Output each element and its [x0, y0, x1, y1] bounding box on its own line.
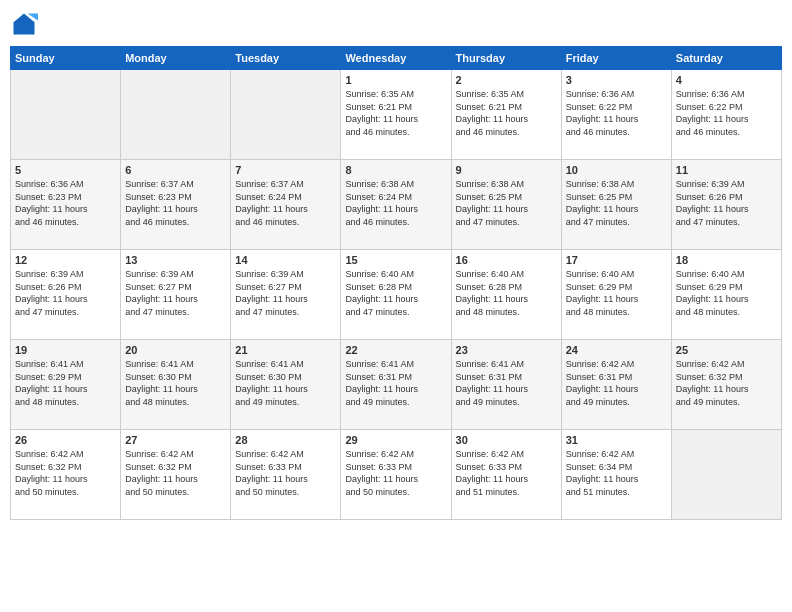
calendar-cell — [671, 430, 781, 520]
calendar-cell: 17Sunrise: 6:40 AM Sunset: 6:29 PM Dayli… — [561, 250, 671, 340]
day-number: 2 — [456, 74, 557, 86]
day-number: 12 — [15, 254, 116, 266]
day-info: Sunrise: 6:42 AM Sunset: 6:31 PM Dayligh… — [566, 358, 667, 408]
calendar-cell: 6Sunrise: 6:37 AM Sunset: 6:23 PM Daylig… — [121, 160, 231, 250]
day-number: 10 — [566, 164, 667, 176]
calendar-cell: 12Sunrise: 6:39 AM Sunset: 6:26 PM Dayli… — [11, 250, 121, 340]
day-number: 3 — [566, 74, 667, 86]
weekday-header: Wednesday — [341, 47, 451, 70]
day-info: Sunrise: 6:35 AM Sunset: 6:21 PM Dayligh… — [345, 88, 446, 138]
calendar-cell: 8Sunrise: 6:38 AM Sunset: 6:24 PM Daylig… — [341, 160, 451, 250]
day-number: 1 — [345, 74, 446, 86]
day-number: 17 — [566, 254, 667, 266]
day-number: 9 — [456, 164, 557, 176]
weekday-header: Thursday — [451, 47, 561, 70]
calendar-week-row: 1Sunrise: 6:35 AM Sunset: 6:21 PM Daylig… — [11, 70, 782, 160]
calendar-cell: 5Sunrise: 6:36 AM Sunset: 6:23 PM Daylig… — [11, 160, 121, 250]
day-info: Sunrise: 6:37 AM Sunset: 6:23 PM Dayligh… — [125, 178, 226, 228]
calendar-cell: 24Sunrise: 6:42 AM Sunset: 6:31 PM Dayli… — [561, 340, 671, 430]
calendar-cell: 29Sunrise: 6:42 AM Sunset: 6:33 PM Dayli… — [341, 430, 451, 520]
calendar-week-row: 26Sunrise: 6:42 AM Sunset: 6:32 PM Dayli… — [11, 430, 782, 520]
day-number: 22 — [345, 344, 446, 356]
calendar-cell: 18Sunrise: 6:40 AM Sunset: 6:29 PM Dayli… — [671, 250, 781, 340]
calendar-cell: 23Sunrise: 6:41 AM Sunset: 6:31 PM Dayli… — [451, 340, 561, 430]
calendar-cell: 31Sunrise: 6:42 AM Sunset: 6:34 PM Dayli… — [561, 430, 671, 520]
calendar-week-row: 12Sunrise: 6:39 AM Sunset: 6:26 PM Dayli… — [11, 250, 782, 340]
day-number: 28 — [235, 434, 336, 446]
day-info: Sunrise: 6:38 AM Sunset: 6:25 PM Dayligh… — [566, 178, 667, 228]
calendar-cell: 11Sunrise: 6:39 AM Sunset: 6:26 PM Dayli… — [671, 160, 781, 250]
day-info: Sunrise: 6:42 AM Sunset: 6:33 PM Dayligh… — [345, 448, 446, 498]
day-info: Sunrise: 6:42 AM Sunset: 6:32 PM Dayligh… — [125, 448, 226, 498]
day-number: 4 — [676, 74, 777, 86]
calendar-cell — [231, 70, 341, 160]
day-number: 13 — [125, 254, 226, 266]
day-info: Sunrise: 6:38 AM Sunset: 6:25 PM Dayligh… — [456, 178, 557, 228]
calendar-cell: 9Sunrise: 6:38 AM Sunset: 6:25 PM Daylig… — [451, 160, 561, 250]
day-number: 27 — [125, 434, 226, 446]
day-info: Sunrise: 6:39 AM Sunset: 6:27 PM Dayligh… — [235, 268, 336, 318]
day-info: Sunrise: 6:42 AM Sunset: 6:33 PM Dayligh… — [456, 448, 557, 498]
calendar-cell: 30Sunrise: 6:42 AM Sunset: 6:33 PM Dayli… — [451, 430, 561, 520]
calendar-table: SundayMondayTuesdayWednesdayThursdayFrid… — [10, 46, 782, 520]
day-info: Sunrise: 6:41 AM Sunset: 6:31 PM Dayligh… — [456, 358, 557, 408]
logo-icon — [10, 10, 38, 38]
day-number: 8 — [345, 164, 446, 176]
day-info: Sunrise: 6:42 AM Sunset: 6:32 PM Dayligh… — [15, 448, 116, 498]
day-number: 15 — [345, 254, 446, 266]
calendar-cell — [121, 70, 231, 160]
logo — [10, 10, 42, 38]
day-info: Sunrise: 6:41 AM Sunset: 6:29 PM Dayligh… — [15, 358, 116, 408]
calendar-cell: 26Sunrise: 6:42 AM Sunset: 6:32 PM Dayli… — [11, 430, 121, 520]
day-info: Sunrise: 6:40 AM Sunset: 6:29 PM Dayligh… — [566, 268, 667, 318]
day-info: Sunrise: 6:39 AM Sunset: 6:26 PM Dayligh… — [15, 268, 116, 318]
day-number: 31 — [566, 434, 667, 446]
day-info: Sunrise: 6:36 AM Sunset: 6:23 PM Dayligh… — [15, 178, 116, 228]
calendar-cell: 7Sunrise: 6:37 AM Sunset: 6:24 PM Daylig… — [231, 160, 341, 250]
day-info: Sunrise: 6:41 AM Sunset: 6:31 PM Dayligh… — [345, 358, 446, 408]
day-number: 20 — [125, 344, 226, 356]
day-number: 29 — [345, 434, 446, 446]
calendar-cell: 1Sunrise: 6:35 AM Sunset: 6:21 PM Daylig… — [341, 70, 451, 160]
page-header — [10, 10, 782, 38]
day-number: 21 — [235, 344, 336, 356]
calendar-cell: 16Sunrise: 6:40 AM Sunset: 6:28 PM Dayli… — [451, 250, 561, 340]
calendar-cell: 4Sunrise: 6:36 AM Sunset: 6:22 PM Daylig… — [671, 70, 781, 160]
day-info: Sunrise: 6:38 AM Sunset: 6:24 PM Dayligh… — [345, 178, 446, 228]
weekday-header: Tuesday — [231, 47, 341, 70]
day-number: 5 — [15, 164, 116, 176]
day-number: 16 — [456, 254, 557, 266]
calendar-cell: 15Sunrise: 6:40 AM Sunset: 6:28 PM Dayli… — [341, 250, 451, 340]
day-number: 23 — [456, 344, 557, 356]
calendar-cell: 19Sunrise: 6:41 AM Sunset: 6:29 PM Dayli… — [11, 340, 121, 430]
svg-marker-0 — [14, 14, 35, 35]
calendar-cell: 2Sunrise: 6:35 AM Sunset: 6:21 PM Daylig… — [451, 70, 561, 160]
calendar-cell: 27Sunrise: 6:42 AM Sunset: 6:32 PM Dayli… — [121, 430, 231, 520]
day-info: Sunrise: 6:42 AM Sunset: 6:32 PM Dayligh… — [676, 358, 777, 408]
day-number: 24 — [566, 344, 667, 356]
day-info: Sunrise: 6:40 AM Sunset: 6:28 PM Dayligh… — [456, 268, 557, 318]
day-info: Sunrise: 6:36 AM Sunset: 6:22 PM Dayligh… — [676, 88, 777, 138]
calendar-cell — [11, 70, 121, 160]
calendar-cell: 28Sunrise: 6:42 AM Sunset: 6:33 PM Dayli… — [231, 430, 341, 520]
day-number: 19 — [15, 344, 116, 356]
day-info: Sunrise: 6:41 AM Sunset: 6:30 PM Dayligh… — [235, 358, 336, 408]
calendar-week-row: 19Sunrise: 6:41 AM Sunset: 6:29 PM Dayli… — [11, 340, 782, 430]
day-info: Sunrise: 6:42 AM Sunset: 6:33 PM Dayligh… — [235, 448, 336, 498]
day-number: 11 — [676, 164, 777, 176]
day-info: Sunrise: 6:40 AM Sunset: 6:28 PM Dayligh… — [345, 268, 446, 318]
calendar-cell: 25Sunrise: 6:42 AM Sunset: 6:32 PM Dayli… — [671, 340, 781, 430]
day-info: Sunrise: 6:35 AM Sunset: 6:21 PM Dayligh… — [456, 88, 557, 138]
day-info: Sunrise: 6:36 AM Sunset: 6:22 PM Dayligh… — [566, 88, 667, 138]
calendar-cell: 21Sunrise: 6:41 AM Sunset: 6:30 PM Dayli… — [231, 340, 341, 430]
day-info: Sunrise: 6:42 AM Sunset: 6:34 PM Dayligh… — [566, 448, 667, 498]
weekday-header: Friday — [561, 47, 671, 70]
day-number: 26 — [15, 434, 116, 446]
calendar-cell: 22Sunrise: 6:41 AM Sunset: 6:31 PM Dayli… — [341, 340, 451, 430]
calendar-cell: 20Sunrise: 6:41 AM Sunset: 6:30 PM Dayli… — [121, 340, 231, 430]
day-number: 30 — [456, 434, 557, 446]
day-number: 6 — [125, 164, 226, 176]
day-number: 25 — [676, 344, 777, 356]
day-info: Sunrise: 6:37 AM Sunset: 6:24 PM Dayligh… — [235, 178, 336, 228]
calendar-cell: 3Sunrise: 6:36 AM Sunset: 6:22 PM Daylig… — [561, 70, 671, 160]
